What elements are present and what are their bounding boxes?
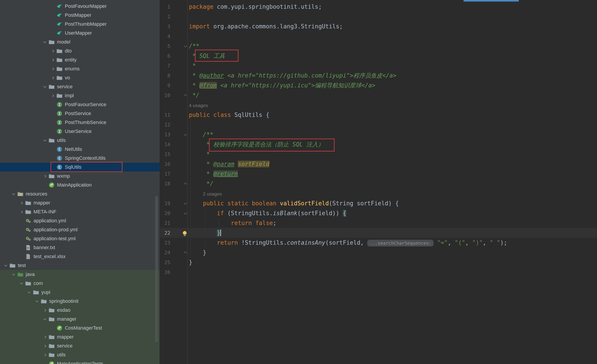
- tree-row-service[interactable]: service: [0, 82, 160, 91]
- tree-row-META-INF[interactable]: META-INF: [0, 207, 160, 216]
- code-line-1[interactable]: 1package com.yupi.springbootinit.utils;: [160, 2, 597, 12]
- fold-start-icon[interactable]: [184, 132, 187, 136]
- code-line-13[interactable]: 13 /**: [160, 130, 597, 139]
- code-line-25[interactable]: 25}: [160, 257, 597, 267]
- tree-row-UserService[interactable]: IUserService: [0, 127, 160, 136]
- fold-end-icon[interactable]: [184, 182, 187, 186]
- chevron-down-icon[interactable]: [34, 301, 40, 302]
- tree-row-utils[interactable]: utils: [0, 350, 160, 359]
- chevron-right-icon[interactable]: [18, 211, 24, 213]
- code-line-9[interactable]: 9 * @from <a href="https://yupi.icu">编程导…: [160, 80, 597, 90]
- code-line-18[interactable]: 18 */: [160, 179, 597, 189]
- usages-inlay-row[interactable]: 4 usages: [160, 100, 597, 110]
- code-line-4[interactable]: 4: [160, 31, 597, 41]
- tree-row-esdao[interactable]: esdao: [0, 306, 160, 315]
- usages-inlay-row[interactable]: 2 usages: [160, 189, 597, 198]
- chevron-down-icon[interactable]: [42, 319, 47, 320]
- tree-row-test_excel.xlsx[interactable]: ?test_excel.xlsx: [0, 252, 160, 261]
- tree-row-test[interactable]: test: [0, 261, 160, 270]
- code-line-20[interactable]: 20 if (StringUtils.isBlank(sortField)) {: [160, 208, 597, 218]
- chevron-down-icon[interactable]: [10, 274, 16, 275]
- code-line-10[interactable]: 10 */: [160, 90, 597, 100]
- fold-end-icon[interactable]: [184, 94, 187, 97]
- fold-end-icon[interactable]: [184, 251, 187, 255]
- tree-row-entity[interactable]: entity: [0, 55, 160, 64]
- line-number: 9: [160, 83, 173, 88]
- code-line-12[interactable]: 12: [160, 120, 597, 130]
- tree-row-application-test.yml[interactable]: application-test.yml: [0, 234, 160, 243]
- folder-icon: [9, 262, 16, 269]
- chevron-down-icon[interactable]: [42, 86, 47, 87]
- fold-start-icon[interactable]: [184, 211, 187, 215]
- tree-row-model[interactable]: model: [0, 38, 160, 46]
- line-number: 7: [160, 63, 173, 69]
- code-line-22[interactable]: 22 }: [160, 228, 597, 238]
- chevron-right-icon[interactable]: [50, 59, 55, 61]
- tree-scrollbar[interactable]: [155, 196, 158, 342]
- tree-row-service[interactable]: service: [0, 341, 160, 350]
- code-line-8[interactable]: 8 * @author <a href="https://github.com/…: [160, 71, 597, 80]
- code-line-19[interactable]: 19 public static boolean validSortField(…: [160, 198, 597, 208]
- tree-row-PostMapper[interactable]: PostMapper: [0, 11, 160, 20]
- tree-row-vo[interactable]: vo: [0, 73, 160, 82]
- tree-row-PostFavourService[interactable]: IPostFavourService: [0, 100, 160, 109]
- chevron-down-icon[interactable]: [10, 194, 16, 195]
- tree-row-utils[interactable]: utils: [0, 136, 160, 145]
- tree-row-PostService[interactable]: IPostService: [0, 109, 160, 118]
- tree-row-enums[interactable]: enums: [0, 64, 160, 73]
- fold-start-icon[interactable]: [184, 201, 187, 205]
- tree-row-yupi[interactable]: yupi: [0, 288, 160, 297]
- chevron-right-icon[interactable]: [42, 336, 47, 338]
- tree-row-impl[interactable]: impl: [0, 91, 160, 100]
- chevron-down-icon[interactable]: [18, 283, 24, 284]
- chevron-down-icon[interactable]: [26, 292, 32, 293]
- code-line-11[interactable]: 11public class SqlUtils {: [160, 110, 597, 120]
- intention-bulb-icon[interactable]: [183, 231, 187, 235]
- tree-row-MainApplication[interactable]: MainApplication: [0, 181, 160, 189]
- chevron-right-icon[interactable]: [42, 354, 47, 356]
- code-line-17[interactable]: 17 * @return: [160, 169, 597, 179]
- code-line-24[interactable]: 24 }: [160, 248, 597, 257]
- chevron-right-icon[interactable]: [42, 309, 47, 311]
- usages-inlay-hint[interactable]: 4 usages: [189, 103, 208, 108]
- tree-row-banner.txt[interactable]: banner.txt: [0, 243, 160, 252]
- chevron-right-icon[interactable]: [50, 68, 55, 70]
- tree-row-springbootinit[interactable]: springbootinit: [0, 297, 160, 306]
- chevron-right-icon[interactable]: [50, 77, 55, 79]
- code-line-7[interactable]: 7 *: [160, 61, 597, 71]
- tree-row-mapper[interactable]: mapper: [0, 333, 160, 341]
- tree-row-PostThumbMapper[interactable]: PostThumbMapper: [0, 20, 160, 29]
- tree-row-dto[interactable]: dto: [0, 46, 160, 55]
- tree-row-PostFavourMapper[interactable]: PostFavourMapper: [0, 2, 160, 11]
- code-line-16[interactable]: 16 * @param sortField: [160, 159, 597, 169]
- tree-row-com[interactable]: com: [0, 279, 160, 288]
- tree-row-resources[interactable]: resources: [0, 189, 160, 198]
- code-line-21[interactable]: 21 return false;: [160, 218, 597, 228]
- tree-row-java[interactable]: java: [0, 270, 160, 279]
- tree-row-MainApplicationTests[interactable]: MainApplicationTests: [0, 359, 160, 364]
- tree-row-UserMapper[interactable]: UserMapper: [0, 29, 160, 38]
- tree-row-NetUtils[interactable]: CNetUtils: [0, 145, 160, 154]
- chevron-right-icon[interactable]: [18, 202, 24, 204]
- tree-row-wxmp[interactable]: wxmp: [0, 172, 160, 181]
- tree-row-manager[interactable]: manager: [0, 315, 160, 324]
- chevron-right-icon[interactable]: [42, 345, 47, 347]
- chevron-right-icon[interactable]: [50, 95, 55, 97]
- tree-row-application.yml[interactable]: application.yml: [0, 216, 160, 225]
- chevron-right-icon[interactable]: [50, 50, 55, 52]
- chevron-down-icon[interactable]: [42, 42, 47, 43]
- usages-inlay-hint[interactable]: 2 usages: [189, 191, 222, 196]
- code-line-26[interactable]: 26: [160, 267, 597, 277]
- tree-row-PostThumbService[interactable]: IPostThumbService: [0, 118, 160, 127]
- chevron-down-icon[interactable]: [3, 265, 8, 266]
- tree-row-mapper[interactable]: mapper: [0, 198, 160, 207]
- tree-row-CosManagerTest[interactable]: CosManagerTest: [0, 324, 160, 333]
- code-line-23[interactable]: 23 return !StringUtils.containsAny(sortF…: [160, 238, 597, 248]
- fold-start-icon[interactable]: [184, 44, 187, 47]
- code-line-2[interactable]: 2: [160, 12, 597, 22]
- tree-row-application-prod.yml[interactable]: application-prod.yml: [0, 225, 160, 234]
- chevron-right-icon[interactable]: [42, 175, 47, 177]
- code-line-3[interactable]: 3import org.apache.commons.lang3.StringU…: [160, 22, 597, 31]
- tree-row-SpringContextUtils[interactable]: CSpringContextUtils: [0, 154, 160, 163]
- chevron-down-icon[interactable]: [42, 140, 47, 141]
